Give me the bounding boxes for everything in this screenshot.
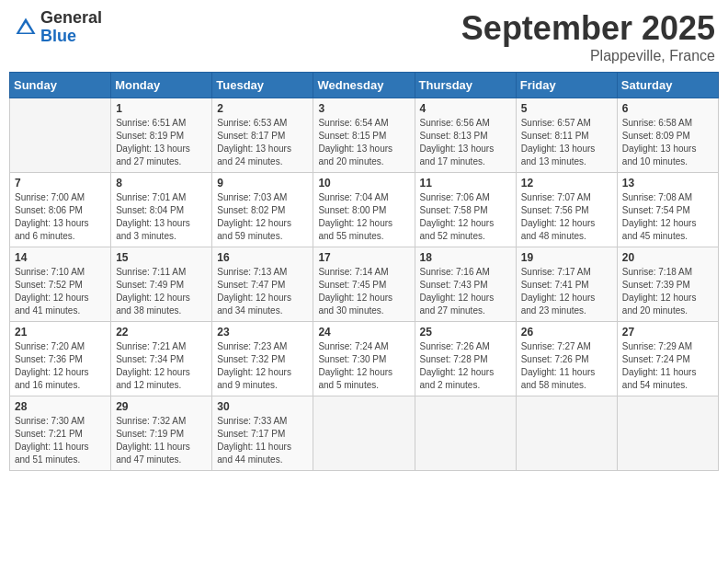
day-number: 18	[420, 251, 511, 264]
day-number: 14	[15, 251, 106, 264]
day-info: Sunrise: 7:26 AM Sunset: 7:28 PM Dayligh…	[420, 340, 511, 392]
day-info: Sunrise: 6:57 AM Sunset: 8:11 PM Dayligh…	[521, 117, 612, 168]
day-number: 6	[622, 102, 713, 115]
day-info: Sunrise: 7:24 AM Sunset: 7:30 PM Dayligh…	[318, 340, 409, 392]
calendar-cell: 16Sunrise: 7:13 AM Sunset: 7:47 PM Dayli…	[212, 247, 313, 322]
calendar-cell: 12Sunrise: 7:07 AM Sunset: 7:56 PM Dayli…	[516, 173, 617, 247]
day-info: Sunrise: 7:29 AM Sunset: 7:24 PM Dayligh…	[622, 340, 713, 392]
page-location: Plappeville, France	[461, 48, 715, 64]
day-number: 24	[318, 326, 409, 339]
day-number: 15	[116, 251, 207, 264]
logo: General Blue	[13, 9, 102, 46]
day-info: Sunrise: 7:10 AM Sunset: 7:52 PM Dayligh…	[15, 266, 106, 317]
calendar-cell: 24Sunrise: 7:24 AM Sunset: 7:30 PM Dayli…	[313, 322, 415, 396]
weekday-header: Saturday	[617, 73, 718, 98]
calendar-cell: 18Sunrise: 7:16 AM Sunset: 7:43 PM Dayli…	[415, 247, 516, 322]
calendar-cell: 9Sunrise: 7:03 AM Sunset: 8:02 PM Daylig…	[212, 173, 313, 247]
day-number: 9	[217, 177, 308, 190]
day-info: Sunrise: 7:01 AM Sunset: 8:04 PM Dayligh…	[116, 191, 207, 243]
calendar-cell	[415, 396, 516, 471]
day-number: 25	[420, 326, 511, 339]
day-info: Sunrise: 7:30 AM Sunset: 7:21 PM Dayligh…	[15, 415, 106, 466]
day-number: 5	[521, 102, 612, 115]
calendar-cell: 13Sunrise: 7:08 AM Sunset: 7:54 PM Dayli…	[617, 173, 718, 247]
calendar-cell: 19Sunrise: 7:17 AM Sunset: 7:41 PM Dayli…	[516, 247, 617, 322]
weekday-header: Friday	[516, 73, 617, 98]
calendar-cell: 26Sunrise: 7:27 AM Sunset: 7:26 PM Dayli…	[516, 322, 617, 396]
day-number: 19	[521, 251, 612, 264]
day-number: 23	[217, 326, 308, 339]
calendar-cell: 7Sunrise: 7:00 AM Sunset: 8:06 PM Daylig…	[10, 173, 111, 247]
calendar-cell: 2Sunrise: 6:53 AM Sunset: 8:17 PM Daylig…	[212, 98, 313, 173]
calendar-cell: 11Sunrise: 7:06 AM Sunset: 7:58 PM Dayli…	[415, 173, 516, 247]
calendar-cell: 3Sunrise: 6:54 AM Sunset: 8:15 PM Daylig…	[313, 98, 415, 173]
calendar-cell: 23Sunrise: 7:23 AM Sunset: 7:32 PM Dayli…	[212, 322, 313, 396]
day-info: Sunrise: 6:51 AM Sunset: 8:19 PM Dayligh…	[116, 117, 207, 168]
day-info: Sunrise: 7:04 AM Sunset: 8:00 PM Dayligh…	[318, 191, 409, 243]
page-title: September 2025	[461, 9, 715, 48]
logo-general: General	[40, 9, 102, 28]
day-info: Sunrise: 7:16 AM Sunset: 7:43 PM Dayligh…	[420, 266, 511, 317]
day-number: 30	[217, 400, 308, 413]
weekday-header: Monday	[111, 73, 212, 98]
calendar-cell: 21Sunrise: 7:20 AM Sunset: 7:36 PM Dayli…	[10, 322, 111, 396]
calendar-week-row: 7Sunrise: 7:00 AM Sunset: 8:06 PM Daylig…	[10, 173, 719, 247]
calendar-cell: 22Sunrise: 7:21 AM Sunset: 7:34 PM Dayli…	[111, 322, 212, 396]
day-number: 22	[116, 326, 207, 339]
day-number: 2	[217, 102, 308, 115]
day-info: Sunrise: 7:13 AM Sunset: 7:47 PM Dayligh…	[217, 266, 308, 317]
calendar-cell	[313, 396, 415, 471]
calendar-cell: 29Sunrise: 7:32 AM Sunset: 7:19 PM Dayli…	[111, 396, 212, 471]
weekday-header: Wednesday	[313, 73, 415, 98]
day-number: 4	[420, 102, 511, 115]
calendar-cell	[10, 98, 111, 173]
calendar-cell: 8Sunrise: 7:01 AM Sunset: 8:04 PM Daylig…	[111, 173, 212, 247]
calendar-cell: 27Sunrise: 7:29 AM Sunset: 7:24 PM Dayli…	[617, 322, 718, 396]
calendar-week-row: 21Sunrise: 7:20 AM Sunset: 7:36 PM Dayli…	[10, 322, 719, 396]
day-number: 29	[116, 400, 207, 413]
calendar-week-row: 1Sunrise: 6:51 AM Sunset: 8:19 PM Daylig…	[10, 98, 719, 173]
logo-icon	[13, 15, 39, 40]
calendar-cell: 30Sunrise: 7:33 AM Sunset: 7:17 PM Dayli…	[212, 396, 313, 471]
calendar-cell	[617, 396, 718, 471]
day-number: 16	[217, 251, 308, 264]
day-info: Sunrise: 6:58 AM Sunset: 8:09 PM Dayligh…	[622, 117, 713, 168]
day-info: Sunrise: 6:53 AM Sunset: 8:17 PM Dayligh…	[217, 117, 308, 168]
calendar-cell: 4Sunrise: 6:56 AM Sunset: 8:13 PM Daylig…	[415, 98, 516, 173]
day-number: 7	[15, 177, 106, 190]
calendar-cell: 25Sunrise: 7:26 AM Sunset: 7:28 PM Dayli…	[415, 322, 516, 396]
logo-blue: Blue	[40, 28, 102, 46]
day-info: Sunrise: 7:11 AM Sunset: 7:49 PM Dayligh…	[116, 266, 207, 317]
calendar-cell: 20Sunrise: 7:18 AM Sunset: 7:39 PM Dayli…	[617, 247, 718, 322]
calendar-cell: 10Sunrise: 7:04 AM Sunset: 8:00 PM Dayli…	[313, 173, 415, 247]
logo-text: General Blue	[40, 9, 102, 46]
day-info: Sunrise: 6:54 AM Sunset: 8:15 PM Dayligh…	[318, 117, 409, 168]
day-info: Sunrise: 7:27 AM Sunset: 7:26 PM Dayligh…	[521, 340, 612, 392]
day-number: 12	[521, 177, 612, 190]
day-number: 1	[116, 102, 207, 115]
weekday-header: Sunday	[10, 73, 111, 98]
day-number: 17	[318, 251, 409, 264]
day-info: Sunrise: 7:33 AM Sunset: 7:17 PM Dayligh…	[217, 415, 308, 466]
calendar-week-row: 14Sunrise: 7:10 AM Sunset: 7:52 PM Dayli…	[10, 247, 719, 322]
day-info: Sunrise: 7:03 AM Sunset: 8:02 PM Dayligh…	[217, 191, 308, 243]
calendar-cell: 17Sunrise: 7:14 AM Sunset: 7:45 PM Dayli…	[313, 247, 415, 322]
day-number: 27	[622, 326, 713, 339]
day-info: Sunrise: 7:21 AM Sunset: 7:34 PM Dayligh…	[116, 340, 207, 392]
calendar-cell: 14Sunrise: 7:10 AM Sunset: 7:52 PM Dayli…	[10, 247, 111, 322]
day-info: Sunrise: 7:18 AM Sunset: 7:39 PM Dayligh…	[622, 266, 713, 317]
calendar-week-row: 28Sunrise: 7:30 AM Sunset: 7:21 PM Dayli…	[10, 396, 719, 471]
calendar-cell: 5Sunrise: 6:57 AM Sunset: 8:11 PM Daylig…	[516, 98, 617, 173]
calendar-cell: 28Sunrise: 7:30 AM Sunset: 7:21 PM Dayli…	[10, 396, 111, 471]
weekday-header: Tuesday	[212, 73, 313, 98]
day-info: Sunrise: 7:08 AM Sunset: 7:54 PM Dayligh…	[622, 191, 713, 243]
calendar-cell: 1Sunrise: 6:51 AM Sunset: 8:19 PM Daylig…	[111, 98, 212, 173]
calendar-cell: 6Sunrise: 6:58 AM Sunset: 8:09 PM Daylig…	[617, 98, 718, 173]
page-header: General Blue September 2025 Plappeville,…	[9, 9, 719, 64]
day-info: Sunrise: 7:00 AM Sunset: 8:06 PM Dayligh…	[15, 191, 106, 243]
calendar-table: SundayMondayTuesdayWednesdayThursdayFrid…	[9, 72, 719, 471]
day-info: Sunrise: 6:56 AM Sunset: 8:13 PM Dayligh…	[420, 117, 511, 168]
day-number: 3	[318, 102, 409, 115]
calendar-header-row: SundayMondayTuesdayWednesdayThursdayFrid…	[10, 73, 719, 98]
day-info: Sunrise: 7:32 AM Sunset: 7:19 PM Dayligh…	[116, 415, 207, 466]
